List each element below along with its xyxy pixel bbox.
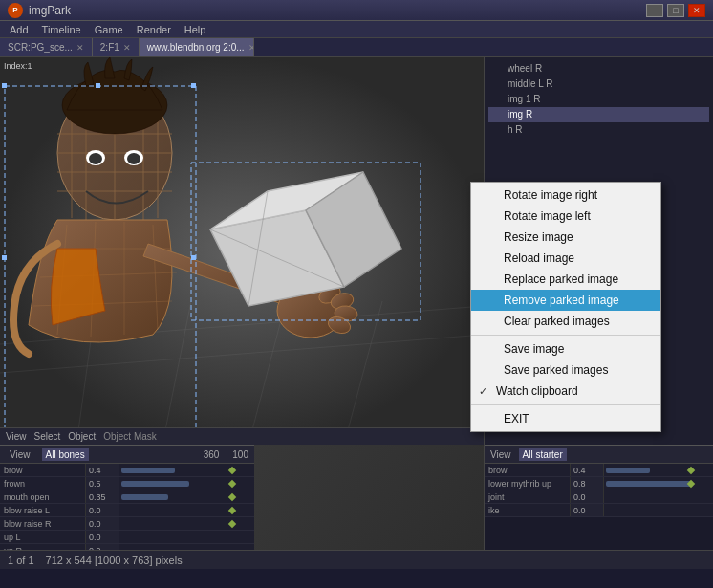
menu-rotate-right[interactable]: Rotate image right [471, 185, 660, 206]
window-controls: – □ ✕ [646, 4, 705, 17]
anim-allbones-btn[interactable]: All bones [42, 448, 89, 461]
menu-resize[interactable]: Resize image [471, 227, 660, 248]
menu-save-parked[interactable]: Save parked images [471, 359, 660, 381]
anim-keyframe-brow [228, 466, 236, 473]
object-mask-btn[interactable]: Object Mask [103, 431, 157, 442]
anim-fill-mouthopen [121, 494, 168, 500]
menu-replace[interactable]: Replace parked image [471, 269, 660, 290]
anim-row-mouthopen: mouth open 0.35 [0, 490, 254, 504]
view-btn[interactable]: View [6, 431, 27, 442]
menu-timeline[interactable]: Timeline [36, 23, 87, 36]
sidebar-anim-row-4: ike 0.0 [485, 504, 713, 517]
viewport[interactable]: freewarefiles.com [0, 57, 484, 550]
menu-clear[interactable]: Clear parked images [471, 311, 660, 332]
sidebar-anim-value-4: 0.0 [571, 504, 604, 516]
menu-rotate-left[interactable]: Rotate image left [471, 206, 660, 227]
anim-bar-frown[interactable] [119, 477, 254, 490]
anim-row-blowraiseR: blow raise R 0.0 [0, 517, 254, 531]
tree-item-middleLR[interactable]: middle L R [488, 76, 709, 92]
anim-bar-mouthopen[interactable] [119, 490, 254, 503]
tab-3[interactable]: www.blendbn.org 2:0... ✕ [140, 38, 254, 57]
menu-game[interactable]: Game [89, 23, 129, 36]
anim-value-blowraiseR: 0.0 [86, 517, 119, 530]
anim-value-mouthopen: 0.35 [86, 490, 119, 503]
bottom-bar: 1 of 1 712 x 544 [1000 x 763] pixels [0, 550, 713, 569]
anim-bar-upL[interactable] [119, 531, 254, 543]
anim-value-blowraiseL: 0.0 [86, 504, 119, 516]
sidebar-anim-header: View All starter [485, 446, 713, 464]
menu-remove-label: Remove parked image [504, 294, 619, 307]
tab-2-close[interactable]: ✕ [123, 43, 131, 53]
anim-panel-header: View All bones 360 100 [0, 446, 254, 464]
svg-point-21 [127, 153, 140, 164]
anim-view-btn[interactable]: View [6, 448, 34, 461]
animation-panel: View All bones 360 100 brow 0.4 frown [0, 445, 254, 550]
menu-exit[interactable]: EXIT [471, 408, 660, 429]
sidebar-anim-row-1: brow 0.4 [485, 464, 713, 477]
anim-keyframe-frown [228, 479, 236, 487]
tab-3-label: www.blendbn.org 2:0... [147, 42, 245, 53]
tab-1[interactable]: SCR:PG_sce... ✕ [0, 38, 93, 57]
sidebar-anim-fill-2 [606, 481, 693, 487]
sidebar-anim-value-2: 0.8 [571, 477, 604, 490]
anim-label-upL: up L [0, 531, 86, 543]
tab-2[interactable]: 2:F1 ✕ [93, 38, 140, 57]
sidebar-anim-row-3: joint 0.0 [485, 490, 713, 504]
anim-row-upL: up L 0.0 [0, 531, 254, 544]
tree-item-img1R[interactable]: img 1 R [488, 92, 709, 107]
anim-bar-blowraiseR[interactable] [119, 517, 254, 530]
sidebar-anim-bar-4[interactable] [604, 504, 713, 516]
main-area: freewarefiles.com [0, 57, 713, 550]
menu-help[interactable]: Help [179, 23, 212, 36]
sidebar-tree-content: wheel R middle L R img 1 R img R h R [488, 61, 709, 138]
window-title: imgPark [29, 4, 71, 17]
tab-1-close[interactable]: ✕ [76, 43, 84, 53]
anim-fill-brow [121, 468, 175, 473]
anim-value-upR: 0.0 [86, 544, 119, 550]
menu-exit-label: EXIT [504, 412, 529, 425]
anim-value-upL: 0.0 [86, 531, 119, 543]
anim-keyframe-mouthopen [228, 492, 236, 500]
menu-watch-clipboard-label: Watch clipboard [496, 384, 578, 398]
anim-rows: brow 0.4 frown 0.5 mouth ope [0, 464, 254, 550]
anim-row-upR: up R 0.0 [0, 544, 254, 550]
sidebar-allstarter-btn[interactable]: All starter [519, 448, 567, 461]
sidebar-anim-bar-3[interactable] [604, 490, 713, 503]
sidebar-anim-bar-2[interactable] [604, 477, 713, 490]
anim-bar-upR[interactable] [119, 544, 254, 550]
sidebar-view-btn[interactable]: View [490, 449, 511, 460]
sidebar-anim-bar-1[interactable] [604, 464, 713, 476]
anim-time-display: 360 [204, 449, 220, 460]
menu-add[interactable]: Add [4, 23, 34, 36]
menu-watch-clipboard[interactable]: ✓ Watch clipboard [471, 381, 660, 402]
sidebar-keyframe-1 [687, 466, 695, 473]
app-logo: P [8, 3, 23, 18]
menu-save-image[interactable]: Save image [471, 338, 660, 359]
anim-label-brow: brow [0, 464, 86, 476]
title-bar-left: P imgPark [8, 3, 71, 18]
tab-3-close[interactable]: ✕ [248, 43, 254, 53]
size-info: 712 x 544 [1000 x 763] pixels [46, 555, 183, 566]
tree-item-hR[interactable]: h R [488, 122, 709, 138]
close-button[interactable]: ✕ [688, 4, 705, 17]
anim-bar-brow[interactable] [119, 464, 254, 476]
svg-rect-42 [191, 255, 196, 260]
anim-value-brow: 0.4 [86, 464, 119, 476]
tree-item-wheelR[interactable]: wheel R [488, 61, 709, 76]
sidebar-anim-label-1: brow [485, 464, 571, 476]
svg-rect-39 [96, 83, 100, 88]
select-btn[interactable]: Select [34, 431, 61, 442]
menu-remove[interactable]: Remove parked image [471, 290, 660, 311]
object-btn[interactable]: Object [68, 431, 96, 442]
tree-item-imgR[interactable]: img R [488, 107, 709, 122]
menu-render[interactable]: Render [131, 23, 177, 36]
sidebar-anim-panel: View All starter brow 0.4 lower mythrib … [485, 445, 713, 550]
maximize-button[interactable]: □ [667, 4, 684, 17]
anim-label-blowraiseL: blow raise L [0, 504, 86, 516]
menu-reload[interactable]: Reload image [471, 248, 660, 269]
page-info: 1 of 1 [8, 555, 34, 566]
title-bar: P imgPark – □ ✕ [0, 0, 713, 21]
minimize-button[interactable]: – [646, 4, 663, 17]
anim-bar-blowraiseL[interactable] [119, 504, 254, 516]
viewport-toolbar: View Select Object Object Mask [0, 427, 484, 445]
